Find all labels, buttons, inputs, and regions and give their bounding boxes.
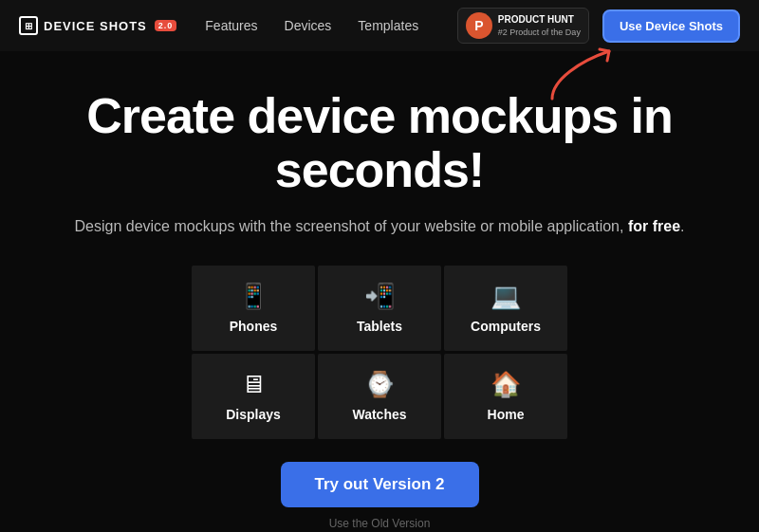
logo-badge: 2.0 xyxy=(155,20,177,31)
use-device-shots-button[interactable]: Use Device Shots xyxy=(602,9,740,43)
product-hunt-badge: P PRODUCT HUNT #2 Product of the Day xyxy=(457,8,589,44)
logo-text: DEVICE SHOTS xyxy=(44,19,147,33)
device-card-computers[interactable]: 💻 Computers xyxy=(444,266,567,351)
hero-subtext: Design device mockups with the screensho… xyxy=(19,214,740,239)
nav-right: P PRODUCT HUNT #2 Product of the Day Use… xyxy=(457,8,740,44)
hero-headline: Create device mockups in seconds! xyxy=(19,89,740,197)
ph-text: PRODUCT HUNT #2 Product of the Day xyxy=(498,13,581,39)
tablets-label: Tablets xyxy=(357,319,402,334)
home-label: Home xyxy=(488,407,525,422)
cta-section: Try out Version 2 Use the Old Version xyxy=(19,462,740,530)
try-v2-button[interactable]: Try out Version 2 xyxy=(281,462,479,507)
templates-link[interactable]: Templates xyxy=(358,18,418,33)
phone-icon: 📱 xyxy=(238,282,268,311)
display-icon: 🖥 xyxy=(241,370,266,399)
home-icon: 🏠 xyxy=(491,370,521,399)
logo: ⊞ DEVICE SHOTS 2.0 xyxy=(19,16,176,35)
computers-label: Computers xyxy=(471,319,541,334)
watch-icon: ⌚ xyxy=(364,370,395,399)
displays-label: Displays xyxy=(226,407,281,422)
devices-link[interactable]: Devices xyxy=(285,18,332,33)
tablet-icon: 📲 xyxy=(364,282,395,311)
navbar: ⊞ DEVICE SHOTS 2.0 Features Devices Temp… xyxy=(0,0,759,51)
device-card-tablets[interactable]: 📲 Tablets xyxy=(318,266,441,351)
logo-icon: ⊞ xyxy=(19,16,38,35)
old-version-link[interactable]: Use the Old Version xyxy=(19,517,740,530)
features-link[interactable]: Features xyxy=(205,18,257,33)
nav-links: Features Devices Templates xyxy=(205,17,418,34)
computer-icon: 💻 xyxy=(491,282,521,311)
phones-label: Phones xyxy=(230,319,278,334)
device-grid: 📱 Phones 📲 Tablets 💻 Computers 🖥 Display… xyxy=(19,266,740,439)
device-card-watches[interactable]: ⌚ Watches xyxy=(318,354,441,439)
hero-section: Create device mockups in seconds! Design… xyxy=(0,51,759,532)
device-card-home[interactable]: 🏠 Home xyxy=(444,354,567,439)
device-card-phones[interactable]: 📱 Phones xyxy=(192,266,315,351)
device-card-displays[interactable]: 🖥 Displays xyxy=(192,354,315,439)
watches-label: Watches xyxy=(352,407,406,422)
ph-icon: P xyxy=(466,12,492,39)
